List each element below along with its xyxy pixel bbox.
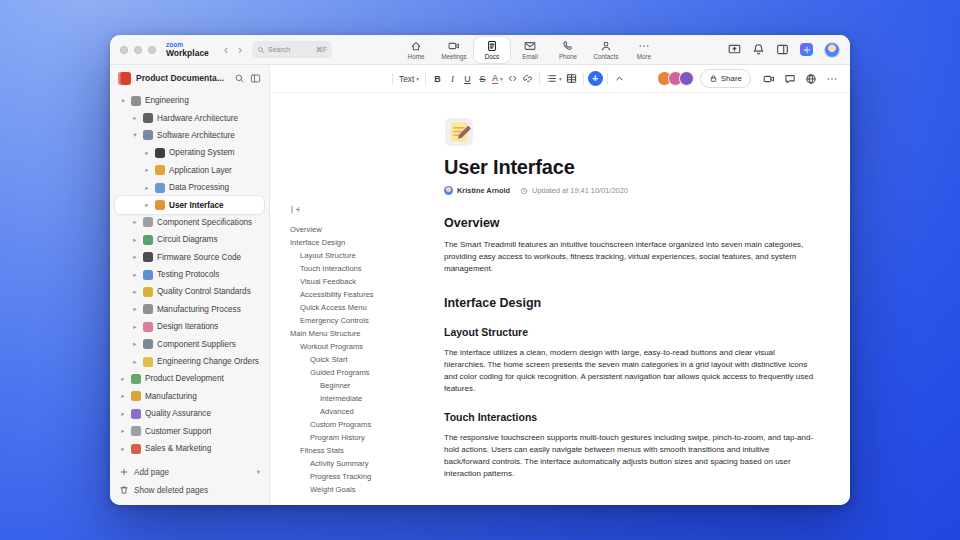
redo-button[interactable] [373, 70, 388, 88]
outline-item[interactable]: Touch Interactions [290, 262, 432, 275]
user-avatar[interactable] [824, 42, 840, 58]
sidebar-item[interactable]: ▾Software Architecture [115, 127, 264, 144]
video-icon[interactable] [763, 73, 775, 85]
italic-button[interactable]: I [445, 70, 460, 88]
close-button[interactable] [120, 46, 128, 54]
tab-more[interactable]: More [626, 37, 662, 63]
sidebar-item[interactable]: ▸Component Suppliers [115, 335, 264, 352]
comment-icon[interactable] [784, 73, 796, 85]
sidebar-item[interactable]: ▸Product Development [115, 370, 264, 387]
outline-item[interactable]: Accessibility Features [290, 288, 432, 301]
tab-phone[interactable]: Phone [550, 37, 586, 63]
sidebar-item[interactable]: ▸Circuit Diagrams [115, 231, 264, 248]
chevron-right-icon[interactable]: ▸ [119, 427, 127, 435]
outline-item[interactable]: Weight Goals [290, 483, 432, 496]
outline-item[interactable]: Layout Structure [290, 249, 432, 262]
outline-item[interactable]: Activity Summary [290, 457, 432, 470]
outline-item[interactable]: Fitness Stats [290, 444, 432, 457]
chevron-right-icon[interactable]: ▸ [131, 271, 139, 279]
sidebar-item[interactable]: ▸Quality Control Standards [115, 283, 264, 300]
chevron-right-icon[interactable]: ▸ [143, 184, 151, 192]
sidebar-item[interactable]: ▸Engineering Change Orders [115, 353, 264, 370]
sidebar-item[interactable]: ▸Operating System [115, 144, 264, 161]
doc-emoji-icon[interactable] [444, 117, 474, 147]
outline-item[interactable]: Workout Programs [290, 340, 432, 353]
tab-email[interactable]: Email [512, 37, 548, 63]
chevron-right-icon[interactable]: ▸ [131, 358, 139, 366]
chevron-right-icon[interactable]: ▸ [143, 166, 151, 174]
chevron-right-icon[interactable]: ▸ [119, 375, 127, 383]
outline-item[interactable]: Emergency Controls [290, 314, 432, 327]
chevron-right-icon[interactable]: ▸ [143, 149, 151, 157]
sidebar-item[interactable]: ▸Application Layer [115, 162, 264, 179]
maximize-button[interactable] [148, 46, 156, 54]
collapse-toolbar-button[interactable] [612, 70, 627, 88]
more-icon[interactable] [826, 73, 838, 85]
sidebar-item[interactable]: ▸Manufacturing [115, 388, 264, 405]
chevron-down-icon[interactable]: ▾ [119, 97, 127, 105]
sidebar-search-icon[interactable] [234, 73, 245, 84]
chevron-right-icon[interactable]: ▸ [131, 253, 139, 261]
sidebar-item[interactable]: ▸Quality Assurance [115, 405, 264, 422]
share-screen-icon[interactable] [728, 43, 741, 56]
plus-icon[interactable] [800, 43, 813, 56]
chevron-right-icon[interactable]: ▸ [131, 340, 139, 348]
outline-item[interactable]: Quick Access Menu [290, 301, 432, 314]
show-deleted-button[interactable]: Show deleted pages [116, 481, 263, 499]
sidebar-item[interactable]: ▸Hardware Architecture [115, 109, 264, 126]
sidebar-item[interactable]: ▸Data Processing [115, 179, 264, 196]
list-button[interactable]: ▾ [544, 70, 564, 88]
sidebar-item[interactable]: ▸Firmware Source Code [115, 249, 264, 266]
chevron-right-icon[interactable]: ▸ [131, 323, 139, 331]
sidebar-item[interactable]: ▸Component Specifications [115, 214, 264, 231]
outline-item[interactable]: Interface Design [290, 236, 432, 249]
sidebar-item[interactable]: ▸Testing Protocols [115, 266, 264, 283]
outline-item[interactable]: Quick Start [290, 353, 432, 366]
chevron-down-icon[interactable]: ▾ [257, 468, 260, 476]
code-button[interactable] [505, 70, 520, 88]
sidebar-item[interactable]: ▸Design Iterations [115, 318, 264, 335]
chevron-right-icon[interactable]: ▸ [119, 445, 127, 453]
bold-button[interactable]: B [430, 70, 445, 88]
outline-item[interactable]: Intermediate [290, 392, 432, 405]
globe-icon[interactable] [805, 73, 817, 85]
chevron-right-icon[interactable]: ▸ [131, 236, 139, 244]
global-search-input[interactable]: Search ⌘F [252, 41, 332, 58]
sidebar-item[interactable]: ▸Customer Support [115, 422, 264, 439]
chevron-right-icon[interactable]: ▸ [131, 305, 139, 313]
outline-item[interactable]: Beginner [290, 379, 432, 392]
tab-meetings[interactable]: Meetings [436, 37, 472, 63]
bell-icon[interactable] [752, 43, 765, 56]
sidebar-item[interactable]: ▸Sales & Marketing [115, 440, 264, 457]
text-style-button[interactable]: Text▾ [397, 70, 421, 88]
sidebar-item[interactable]: ▸Manufacturing Process [115, 301, 264, 318]
panels-icon[interactable] [776, 43, 789, 56]
outline-item[interactable]: Overview [290, 223, 432, 236]
outline-item[interactable]: Main Menu Structure [290, 327, 432, 340]
sidebar-item[interactable]: ▸User Interface [115, 196, 264, 213]
chevron-right-icon[interactable]: ▸ [131, 218, 139, 226]
outline-item[interactable]: Progress Tracking [290, 470, 432, 483]
sidebar-item[interactable]: ▾Engineering [115, 92, 264, 109]
tab-contacts[interactable]: Contacts [588, 37, 624, 63]
text-color-button[interactable]: A▾ [490, 70, 505, 88]
share-button[interactable]: Share [700, 69, 751, 88]
outline-item[interactable]: Custom Programs [290, 418, 432, 431]
chevron-down-icon[interactable]: ▾ [131, 131, 139, 139]
sidebar-panel-toggle-icon[interactable] [250, 73, 261, 84]
outline-item[interactable]: Advanced [290, 405, 432, 418]
link-button[interactable] [520, 70, 535, 88]
chevron-right-icon[interactable]: ▸ [131, 288, 139, 296]
outline-item[interactable]: Visual Feedback [290, 275, 432, 288]
chevron-right-icon[interactable]: ▸ [119, 392, 127, 400]
chevron-right-icon[interactable]: ▸ [119, 410, 127, 418]
workspace-title[interactable]: Product Documenta... [136, 73, 229, 83]
add-page-button[interactable]: Add page ▾ [116, 463, 263, 481]
outline-item[interactable]: Program History [290, 431, 432, 444]
tab-home[interactable]: Home [398, 37, 434, 63]
tab-docs[interactable]: Docs [474, 37, 510, 63]
back-button[interactable]: ‹ [224, 44, 228, 56]
chevron-right-icon[interactable]: ▸ [131, 114, 139, 122]
insert-button[interactable]: + [588, 71, 603, 86]
underline-button[interactable]: U [460, 70, 475, 88]
